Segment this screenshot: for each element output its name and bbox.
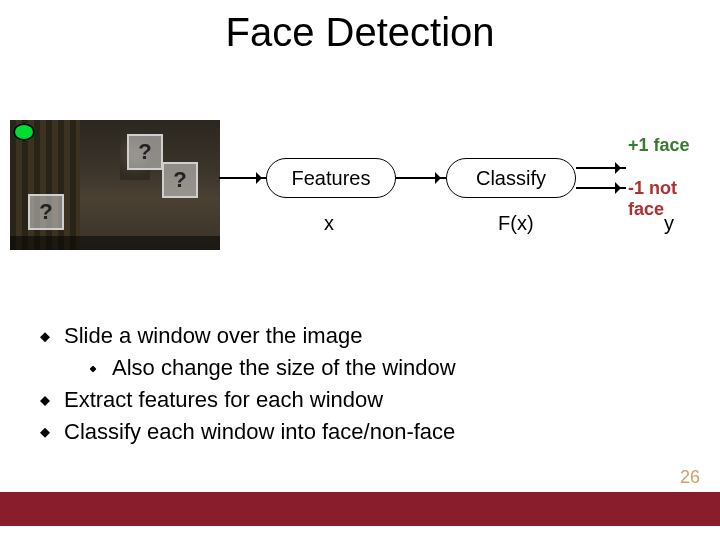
arrow-icon [576,187,626,189]
page-number: 26 [680,467,700,488]
list-item: Extract features for each window [40,384,680,416]
pipeline-diagram: ? ? ? Features Classify +1 face -1 not f… [10,120,710,290]
classify-node: Classify [446,158,576,198]
arrow-icon [576,167,626,169]
sliding-window-3: ? [28,194,64,230]
arrow-icon [219,177,267,179]
example-image: ? ? ? [10,120,220,250]
footer-bar [0,492,720,526]
sliding-window-2: ? [162,162,198,198]
image-caption-bar [10,236,220,250]
list-item: Also change the size of the window [88,352,680,384]
features-node: Features [266,158,396,198]
output-positive: +1 face [628,135,690,156]
variable-x: x [324,212,334,235]
page-title: Face Detection [0,0,720,55]
variable-y: y [664,212,674,235]
bullet-list: Slide a window over the imageAlso change… [40,320,680,448]
arrow-icon [396,177,446,179]
list-item: Classify each window into face/non-face [40,416,680,448]
hud-counter-icon [13,123,35,141]
variable-fx: F(x) [498,212,534,235]
sliding-window-1: ? [127,134,163,170]
list-item: Slide a window over the imageAlso change… [40,320,680,384]
